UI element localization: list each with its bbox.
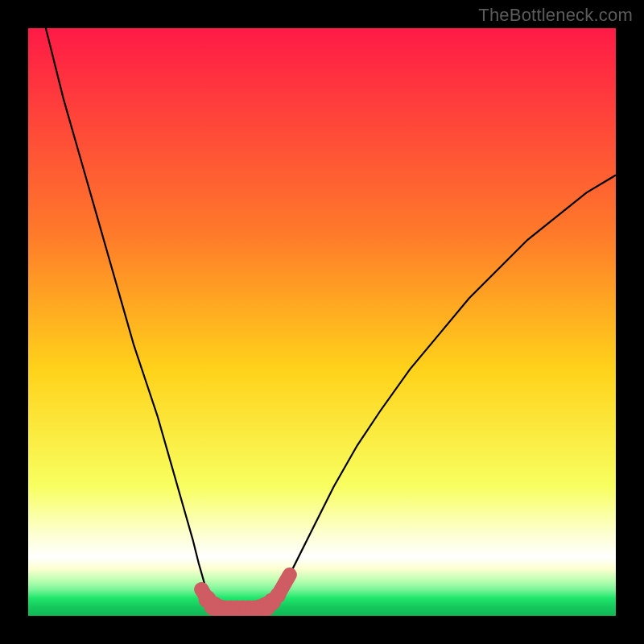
outer-frame: TheBottleneck.com — [0, 0, 644, 644]
svg-point-14 — [270, 587, 286, 603]
plot-area — [28, 28, 616, 616]
attribution-text: TheBottleneck.com — [478, 5, 633, 26]
svg-point-15 — [285, 570, 295, 580]
chart-svg — [28, 28, 616, 616]
gradient-background — [28, 28, 616, 616]
